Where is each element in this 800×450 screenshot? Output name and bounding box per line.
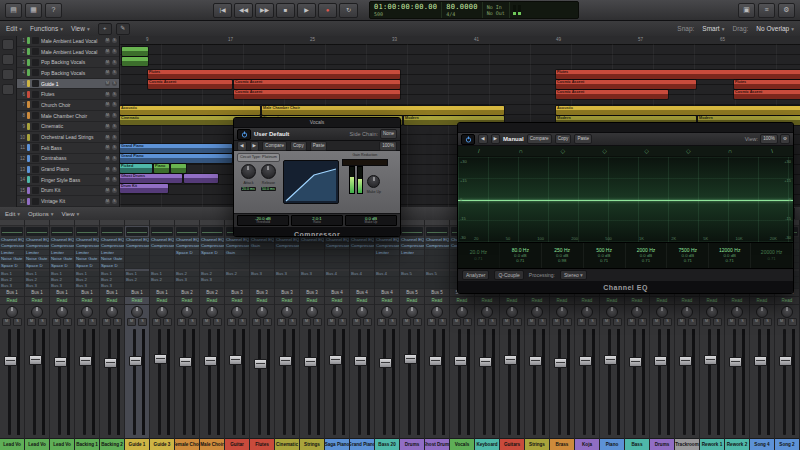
automation-mode-button[interactable]: Read [300,297,324,305]
automation-mode-button[interactable]: Read [200,297,224,305]
track-header[interactable]: 8Male Chamber ChoirMS [17,111,119,122]
pan-knob[interactable] [681,306,693,318]
eq-band-field-2[interactable]: 80.0 Hz0.0 dB0.71 [500,243,542,268]
automation-mode-button[interactable]: Read [75,297,99,305]
snap-selector[interactable]: Smart▾ [702,25,724,32]
mute-button[interactable]: M [105,167,110,172]
channel-strip[interactable]: Channel EQCompressorLimiterNoise GateSpa… [0,220,25,450]
automation-mode-button[interactable]: Read [775,297,799,305]
gear-icon[interactable]: ⚙ [780,134,790,144]
solo-button[interactable]: S [313,318,322,326]
automation-mode-button[interactable]: Read [450,297,474,305]
track-name-label[interactable]: Lead Vo [25,438,49,450]
menu-edit[interactable]: Edit▾ [6,25,22,32]
channel-setting-button[interactable] [425,220,449,226]
track-name-label[interactable]: Drums [650,438,674,450]
track-name-label[interactable]: Vocals [450,438,474,450]
view-zoom-button[interactable]: 100% [760,134,778,144]
volume-fader[interactable] [229,355,242,365]
solo-button[interactable]: S [688,318,697,326]
region[interactable]: Acoustic [556,106,800,115]
pan-knob[interactable] [756,306,768,318]
automation-mode-button[interactable]: Read [600,297,624,305]
output-selector[interactable]: Bus 4 [375,289,399,297]
mute-button[interactable]: M [277,318,286,326]
menu-edit[interactable]: Edit▾ [5,211,20,217]
automation-mode-button[interactable]: Read [550,297,574,305]
automation-mode-button[interactable]: Read [750,297,774,305]
volume-fader[interactable] [629,357,642,367]
output-selector[interactable]: Bus 1 [150,289,174,297]
region[interactable] [171,164,186,173]
mute-button[interactable]: M [105,135,110,140]
preset-selector[interactable]: User Default [254,131,289,137]
lcd-display[interactable]: 01:00:00:00.00 500 80.0000 4/4 No In No … [369,1,579,19]
plugin-slot[interactable] [200,263,224,269]
threshold-field[interactable]: -20.0 dBThreshold [237,215,289,226]
channel-setting-button[interactable] [200,220,224,226]
automation-mode-button[interactable]: Read [225,297,249,305]
channel-strip[interactable]: Channel EQCompressorLimiterBus 4Bus 4Rea… [375,220,400,450]
compare-button[interactable]: Compare [527,134,552,144]
plugin-slot[interactable] [150,263,174,269]
eq-band-button-3[interactable]: ◇ [542,146,584,156]
track-name-label[interactable]: Song 4 [750,438,774,450]
track-header[interactable]: 5Guide 1MS [17,79,119,90]
volume-fader[interactable] [479,357,492,367]
processing-selector[interactable]: Stereo ▾ [560,270,587,280]
automation-mode-button[interactable]: Read [475,297,499,305]
compressor-window[interactable]: Vocals User Default Side Chain: None ◀ ▶… [233,117,401,237]
solo-button[interactable]: S [663,318,672,326]
pan-knob[interactable] [781,306,793,318]
plugin-slot[interactable] [275,263,299,269]
plugin-slot[interactable] [425,263,449,269]
plugin-slot[interactable] [300,263,324,269]
eq-band-button-7[interactable]: ∩ [709,146,751,156]
solo-button[interactable]: S [363,318,372,326]
eq-frequency-display[interactable]: +30+150-15-30 +30+150-15-30 205010020050… [458,157,793,242]
zoom-tool-icon[interactable] [2,84,14,95]
track-name-label[interactable]: Drums [400,438,424,450]
pan-knob[interactable] [131,306,143,318]
pan-knob[interactable] [656,306,668,318]
volume-fader[interactable] [754,356,767,366]
mute-button[interactable]: M [105,102,110,107]
region[interactable]: Cosmic Ascent [556,80,696,89]
eq-band-field-8[interactable]: 20000 Hz0.71 [751,243,793,268]
solo-button[interactable]: S [112,81,117,86]
pan-knob[interactable] [531,306,543,318]
pan-knob[interactable] [231,306,243,318]
channel-setting-button[interactable] [150,220,174,226]
region[interactable] [184,174,218,183]
channel-eq-window[interactable]: ◀ ▶ Manual Compare Copy Paste View: 100%… [457,122,794,294]
solo-button[interactable]: S [213,318,222,326]
track-header[interactable]: 7Church ChoirMS [17,100,119,111]
record-button[interactable]: ● [318,3,337,18]
mute-button[interactable]: M [2,318,11,326]
pan-knob[interactable] [706,306,718,318]
volume-fader[interactable] [504,355,517,365]
plugin-slot[interactable] [250,263,274,269]
channel-strip[interactable]: Channel EQCompressorSpace DBus 2Bus 3Bus… [175,220,200,450]
solo-button[interactable]: S [38,318,47,326]
menu-options[interactable]: Options▾ [28,211,53,217]
output-selector[interactable]: Bus 2 [200,289,224,297]
automation-mode-button[interactable]: Read [275,297,299,305]
solo-button[interactable]: S [112,188,117,193]
toolbar-gear-icon[interactable]: ⚙ [778,3,795,18]
channel-setting-button[interactable] [75,220,99,226]
compare-button[interactable]: Compare [262,141,287,151]
mute-button[interactable]: M [502,318,511,326]
pan-knob[interactable] [181,306,193,318]
pan-knob[interactable] [106,306,118,318]
channel-strip[interactable]: Channel EQGainBus 3Bus 3ReadMSFlutes [250,220,275,450]
solo-button[interactable]: S [188,318,197,326]
channel-strip[interactable]: Channel EQCompressorGainBus 2Bus 3ReadMS… [225,220,250,450]
output-selector[interactable]: Bus 1 [0,289,24,297]
region[interactable]: Flutes [556,70,800,79]
volume-fader[interactable] [304,357,317,367]
track-name-label[interactable]: Rework 1 [700,438,724,450]
output-selector[interactable]: Bus 5 [400,289,424,297]
volume-fader[interactable] [704,355,717,365]
track-name-label[interactable]: Guitar [225,438,249,450]
